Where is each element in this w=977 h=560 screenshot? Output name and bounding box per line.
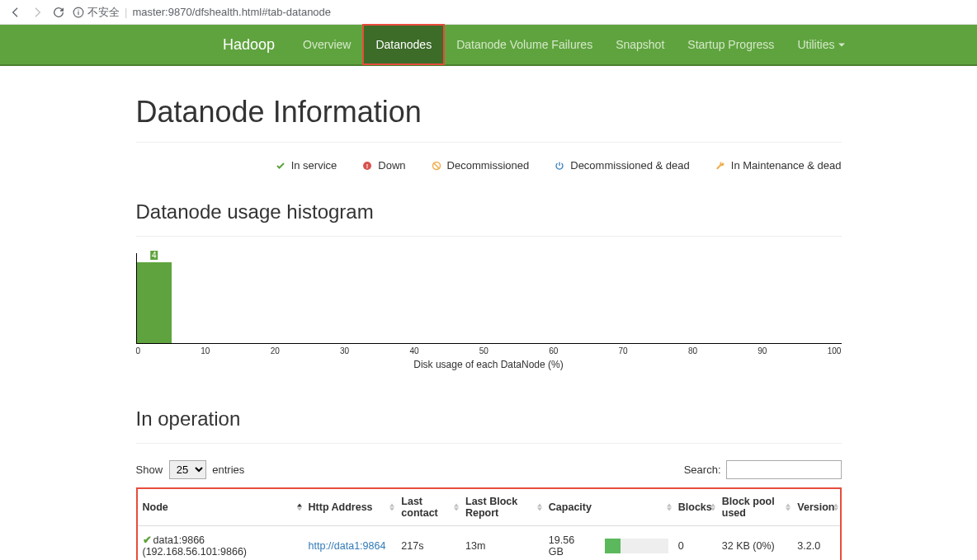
col-version[interactable]: Version xyxy=(792,489,839,526)
tick-label: 0 xyxy=(136,346,141,355)
insecure-text: 不安全 xyxy=(87,5,120,20)
reload-button[interactable] xyxy=(51,5,66,20)
show-label: Show xyxy=(136,464,163,476)
nav-item-datanodes[interactable]: Datanodes xyxy=(362,24,445,65)
status-legend: In service!DownDecommissionedDecommissio… xyxy=(136,159,842,172)
chevron-down-icon xyxy=(838,38,845,51)
sort-icon xyxy=(710,504,715,511)
bar-label: 4 xyxy=(150,251,158,260)
node-name: data1:9866 (192.168.56.101:9866) xyxy=(143,534,248,558)
nav-item-utilities[interactable]: Utilities xyxy=(786,24,856,65)
brand[interactable]: Hadoop xyxy=(223,36,275,54)
cell-last-block: 13m xyxy=(460,526,544,561)
tick-label: 100 xyxy=(828,346,842,355)
divider xyxy=(136,236,842,237)
ban-icon xyxy=(431,160,442,172)
tick-label: 40 xyxy=(409,346,418,355)
histogram: 4 0102030405060708090100 Disk usage of e… xyxy=(136,253,842,370)
nav-item-snapshot[interactable]: Snapshot xyxy=(604,24,676,65)
info-icon xyxy=(73,7,84,18)
main-navbar: Hadoop OverviewDatanodesDatanode Volume … xyxy=(0,25,977,66)
col-node[interactable]: Node xyxy=(138,489,304,526)
legend-label: In Maintenance & dead xyxy=(731,159,842,172)
tick-label: 60 xyxy=(549,346,558,355)
tick-label: 50 xyxy=(479,346,489,355)
cell-last-contact: 217s xyxy=(396,526,460,561)
legend-item-decommissioned-dead: Decommissioned & dead xyxy=(554,159,690,172)
legend-item-in-maintenance-dead: In Maintenance & dead xyxy=(715,159,842,172)
col-blocks[interactable]: Blocks xyxy=(673,489,717,526)
divider xyxy=(136,142,842,143)
content-container: Datanode Information In service!DownDeco… xyxy=(124,95,854,560)
address-bar[interactable]: 不安全 | master:9870/dfshealth.html#tab-dat… xyxy=(73,5,969,20)
browser-chrome: 不安全 | master:9870/dfshealth.html#tab-dat… xyxy=(0,0,977,25)
sort-icon xyxy=(297,504,302,511)
show-entries: Show 25 entries xyxy=(136,460,245,479)
datanode-table-wrap: NodeHttp AddressLast contactLast Block R… xyxy=(136,487,842,560)
divider xyxy=(136,443,842,444)
tick-label: 20 xyxy=(271,346,280,355)
capacity-text: 19.56 GB xyxy=(549,534,590,558)
forward-button[interactable] xyxy=(30,5,45,20)
histogram-bar: 4 xyxy=(137,262,172,343)
legend-item-down: !Down xyxy=(361,159,405,172)
cell-capacity: 19.56 GB xyxy=(544,526,673,561)
sort-icon xyxy=(667,504,672,511)
nav-item-datanode-volume-failures[interactable]: Datanode Volume Failures xyxy=(445,24,604,65)
legend-label: Decommissioned xyxy=(447,159,530,172)
cell-node: ✔data1:9866 (192.168.56.101:9866) xyxy=(138,526,304,561)
svg-line-6 xyxy=(433,162,439,168)
tick-label: 30 xyxy=(340,346,349,355)
col-http-address[interactable]: Http Address xyxy=(304,489,397,526)
check-icon: ✔ xyxy=(143,534,152,546)
power-icon xyxy=(554,160,565,172)
chart-surface: 4 xyxy=(136,253,842,344)
reload-icon xyxy=(52,6,65,19)
legend-label: Decommissioned & dead xyxy=(570,159,690,172)
sort-icon xyxy=(537,504,542,511)
x-ticks: 0102030405060708090100 xyxy=(136,346,842,355)
tick-label: 80 xyxy=(688,346,697,355)
sort-icon xyxy=(786,504,791,511)
page-size-select[interactable]: 25 xyxy=(169,460,206,479)
histogram-title: Datanode usage histogram xyxy=(136,200,842,224)
search-input[interactable] xyxy=(726,460,842,479)
cell-pool: 32 KB (0%) xyxy=(717,526,793,561)
col-capacity[interactable]: Capacity xyxy=(544,489,673,526)
nav-item-overview[interactable]: Overview xyxy=(291,24,362,65)
col-last-contact[interactable]: Last contact xyxy=(396,489,460,526)
capacity-fill xyxy=(605,539,621,553)
sort-icon xyxy=(833,504,838,511)
x-axis-label: Disk usage of each DataNode (%) xyxy=(136,359,842,370)
legend-item-in-service: In service xyxy=(275,159,337,172)
check-icon xyxy=(275,160,286,172)
tick-label: 10 xyxy=(201,346,210,355)
tick-label: 90 xyxy=(758,346,767,355)
back-button[interactable] xyxy=(8,5,23,20)
col-block-pool-used[interactable]: Block pool used xyxy=(717,489,793,526)
sort-icon xyxy=(389,504,394,511)
insecure-badge: 不安全 xyxy=(73,5,120,20)
col-last-block-report[interactable]: Last Block Report xyxy=(460,489,544,526)
capacity-bar xyxy=(605,539,668,553)
page-title: Datanode Information xyxy=(136,95,842,129)
legend-label: In service xyxy=(291,159,337,172)
table-row: ✔data1:9866 (192.168.56.101:9866)http://… xyxy=(138,526,840,561)
wrench-icon xyxy=(715,160,726,172)
arrow-left-icon xyxy=(9,6,22,19)
nav-item-startup-progress[interactable]: Startup Progress xyxy=(676,24,786,65)
exclaim-icon: ! xyxy=(361,160,373,172)
svg-text:!: ! xyxy=(366,162,369,169)
cell-http: http://data1:9864 xyxy=(304,526,397,561)
search-label: Search: xyxy=(684,464,721,476)
cell-blocks: 0 xyxy=(673,526,717,561)
sort-icon xyxy=(454,504,459,511)
svg-point-2 xyxy=(78,9,78,10)
http-link[interactable]: http://data1:9864 xyxy=(309,540,386,552)
in-operation-title: In operation xyxy=(136,407,842,431)
datanode-table: NodeHttp AddressLast contactLast Block R… xyxy=(138,489,840,560)
table-controls: Show 25 entries Search: xyxy=(136,460,842,479)
legend-item-decommissioned: Decommissioned xyxy=(431,159,530,172)
cell-version: 3.2.0 xyxy=(792,526,839,561)
url-text: master:9870/dfshealth.html#tab-datanode xyxy=(132,6,331,18)
